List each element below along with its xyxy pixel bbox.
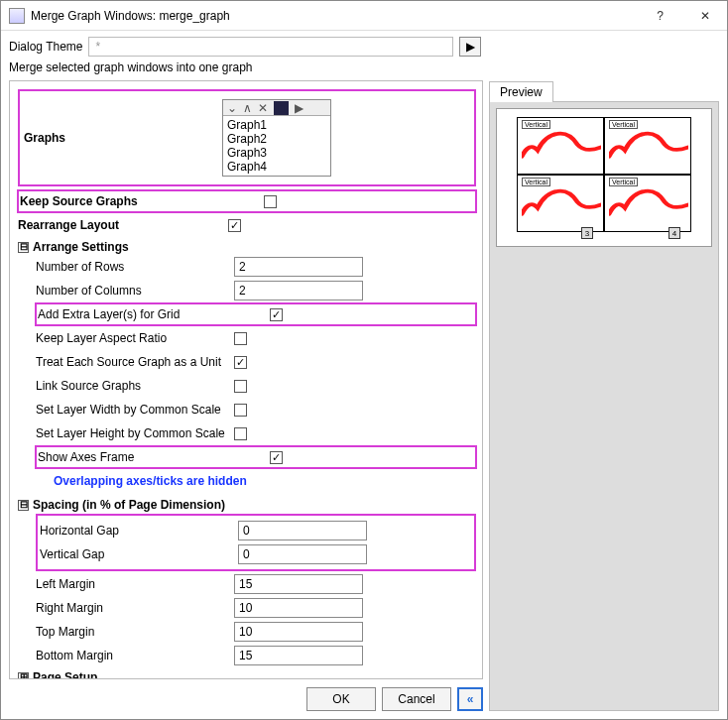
list-item[interactable]: Graph4 xyxy=(227,160,326,174)
list-item[interactable]: Graph2 xyxy=(227,132,326,146)
arrange-header: Arrange Settings xyxy=(33,240,129,254)
keep-aspect-label: Keep Layer Aspect Ratio xyxy=(36,331,234,345)
spacing-header: Spacing (in % of Page Dimension) xyxy=(33,498,225,512)
extra-layer-label: Add Extra Layer(s) for Grid xyxy=(38,307,236,321)
list-item[interactable]: Graph3 xyxy=(227,146,326,160)
app-icon xyxy=(9,8,25,24)
close-button[interactable]: ✕ xyxy=(682,1,727,30)
extra-layer-checkbox[interactable] xyxy=(270,308,283,321)
dialog-theme-input[interactable]: * xyxy=(88,37,453,57)
overlap-hint: Overlapping axes/ticks are hidden xyxy=(36,470,476,494)
cols-label: Number of Columns xyxy=(36,284,234,298)
rmargin-label: Right Margin xyxy=(36,601,234,615)
preview-cell-label: Vertical xyxy=(609,120,638,129)
hgap-label: Horizontal Gap xyxy=(40,524,238,538)
vgap-input[interactable] xyxy=(238,544,367,564)
show-axes-checkbox[interactable] xyxy=(270,451,283,464)
graphs-tool-remove-icon[interactable]: ✕ xyxy=(258,101,268,115)
keep-source-label: Keep Source Graphs xyxy=(20,194,218,208)
rmargin-input[interactable] xyxy=(234,598,363,618)
page-setup-expander[interactable]: ⊞ xyxy=(18,672,29,680)
preview-cell-label: Vertical xyxy=(522,178,550,186)
hgap-input[interactable] xyxy=(238,521,367,540)
vgap-label: Vertical Gap xyxy=(40,547,238,561)
help-button[interactable]: ? xyxy=(638,1,682,30)
cols-input[interactable] xyxy=(234,281,363,300)
dialog-theme-menu-button[interactable]: ▶ xyxy=(459,37,481,57)
rows-label: Number of Rows xyxy=(36,260,234,274)
cancel-button[interactable]: Cancel xyxy=(382,687,451,711)
width-common-label: Set Layer Width by Common Scale xyxy=(36,403,234,417)
graphs-label: Graphs xyxy=(24,131,222,145)
page-setup-header: Page Setup xyxy=(33,670,97,679)
settings-scroll-area[interactable]: Graphs ⌄ ∧ ✕ ■ ▶ Graph1 Graph2 xyxy=(9,80,483,679)
rearrange-label: Rearrange Layout xyxy=(18,218,216,232)
preview-badge-4: 4 xyxy=(668,227,680,239)
list-item[interactable]: Graph1 xyxy=(227,118,326,132)
treat-unit-checkbox[interactable] xyxy=(234,356,247,369)
keep-aspect-checkbox[interactable] xyxy=(234,332,247,345)
preview-tab[interactable]: Preview xyxy=(489,81,553,102)
collapse-preview-button[interactable]: « xyxy=(457,687,483,711)
link-src-checkbox[interactable] xyxy=(234,380,247,393)
graphs-tool-up-icon[interactable]: ∧ xyxy=(243,101,252,115)
preview-cell-label: Vertical xyxy=(522,120,550,129)
link-src-label: Link Source Graphs xyxy=(36,379,234,393)
tmargin-input[interactable] xyxy=(234,622,363,642)
window-title: Merge Graph Windows: merge_graph xyxy=(31,9,638,23)
preview-badge-3: 3 xyxy=(581,227,593,239)
bmargin-input[interactable] xyxy=(234,646,363,665)
graphs-list[interactable]: ⌄ ∧ ✕ ■ ▶ Graph1 Graph2 Graph3 Graph4 xyxy=(222,99,331,177)
height-common-label: Set Layer Height by Common Scale xyxy=(36,426,234,440)
lmargin-input[interactable] xyxy=(234,574,363,594)
rows-input[interactable] xyxy=(234,257,363,277)
graphs-toolbar[interactable]: ⌄ ∧ ✕ ■ ▶ xyxy=(223,100,330,116)
titlebar: Merge Graph Windows: merge_graph ? ✕ xyxy=(1,1,727,31)
treat-unit-label: Treat Each Source Graph as a Unit xyxy=(36,355,234,369)
rearrange-checkbox[interactable] xyxy=(228,219,241,232)
show-axes-label: Show Axes Frame xyxy=(38,450,236,464)
width-common-checkbox[interactable] xyxy=(234,404,247,417)
spacing-expander[interactable]: ⊟ xyxy=(18,500,29,511)
bmargin-label: Bottom Margin xyxy=(36,649,234,662)
preview-pane: Vertical Vertical Vertical 3 xyxy=(489,101,719,711)
height-common-checkbox[interactable] xyxy=(234,427,247,440)
dialog-theme-label: Dialog Theme xyxy=(9,40,82,54)
dialog-description: Merge selected graph windows into one gr… xyxy=(9,60,481,74)
tmargin-label: Top Margin xyxy=(36,625,234,639)
graphs-tool-down-icon[interactable]: ⌄ xyxy=(227,101,237,115)
preview-cell-label: Vertical xyxy=(609,178,638,186)
preview-graph: Vertical Vertical Vertical 3 xyxy=(496,108,712,247)
arrange-expander[interactable]: ⊟ xyxy=(18,242,29,253)
graphs-tool-select-icon[interactable]: ■ xyxy=(274,101,289,115)
ok-button[interactable]: OK xyxy=(306,687,376,711)
lmargin-label: Left Margin xyxy=(36,577,234,591)
keep-source-checkbox[interactable] xyxy=(264,195,277,208)
graphs-tool-play-icon[interactable]: ▶ xyxy=(295,101,303,115)
